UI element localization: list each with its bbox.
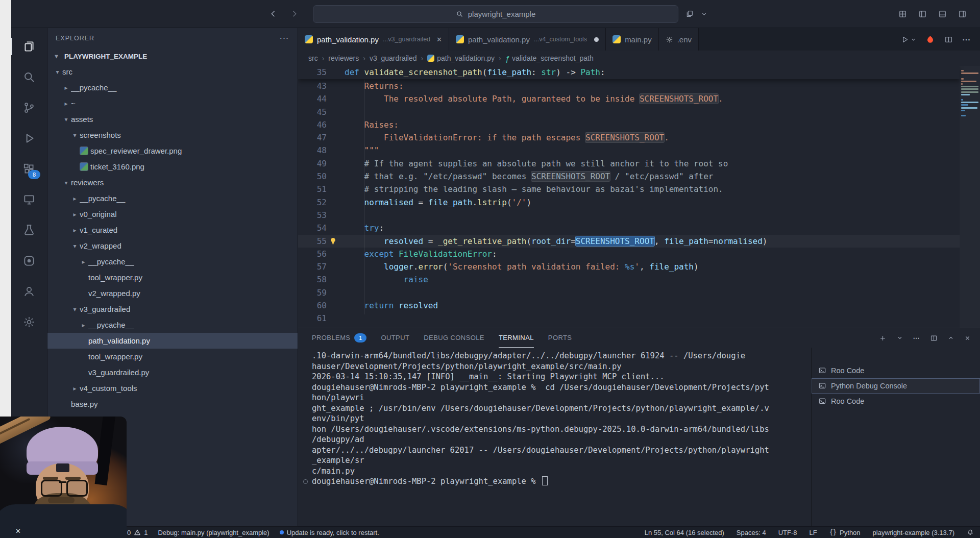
back-icon[interactable] xyxy=(269,9,278,18)
more-actions-icon[interactable]: ··· xyxy=(280,35,290,42)
close-panel-icon[interactable] xyxy=(964,335,971,341)
line-number[interactable]: 47 xyxy=(298,131,327,144)
close-icon[interactable]: ✕ xyxy=(15,527,21,535)
tree-item-v3_guardrailed.py[interactable]: v3_guardrailed.py xyxy=(47,364,298,380)
code-line-49[interactable]: 49 # If the agent supplies an absolute p… xyxy=(298,157,960,170)
command-center-search[interactable]: playwright_example xyxy=(313,5,678,23)
explorer-icon[interactable] xyxy=(17,35,41,58)
toggle-secondary-sidebar-icon[interactable] xyxy=(958,10,967,18)
breadcrumb-item[interactable]: path_validation.py xyxy=(427,54,495,62)
code-line-58[interactable]: 58 raise xyxy=(298,273,960,286)
more-actions-icon[interactable]: ⋯ xyxy=(962,35,971,44)
code-line-43[interactable]: 43 Returns: xyxy=(298,80,960,92)
roo-code-icon[interactable] xyxy=(925,35,935,44)
line-number[interactable]: 49 xyxy=(298,157,327,170)
tree-item-v2_wrapped[interactable]: ▾v2_wrapped xyxy=(47,238,298,254)
breadcrumb-item[interactable]: ƒvalidate_screenshot_path xyxy=(505,54,594,63)
code-line-45[interactable]: 45 xyxy=(298,106,960,118)
encoding[interactable]: UTF-8 xyxy=(778,529,797,536)
code-line-54[interactable]: 54 try: xyxy=(298,222,960,234)
code-line-52[interactable]: 52 normalised = file_path.lstrip('/') xyxy=(298,196,960,209)
tree-item-tool_wrapper.py[interactable]: tool_wrapper.py xyxy=(47,349,298,364)
tree-item-base.py[interactable]: base.py xyxy=(47,396,298,412)
lightbulb-icon[interactable] xyxy=(329,237,337,246)
code-line-61[interactable]: 61 xyxy=(298,312,960,325)
line-number[interactable]: 45 xyxy=(298,106,327,118)
tree-item-assets[interactable]: ▾assets xyxy=(47,111,298,127)
minimap[interactable] xyxy=(960,66,980,328)
terminal-instance[interactable]: Roo Code xyxy=(812,394,980,409)
tree-item-~[interactable]: ▸~ xyxy=(47,95,298,111)
code-line-60[interactable]: 60 return resolved xyxy=(298,299,960,312)
line-number[interactable]: 53 xyxy=(298,209,327,222)
new-terminal-icon[interactable] xyxy=(879,334,887,342)
project-root-row[interactable]: ▾ PLAYWRIGHT_EXAMPLE xyxy=(47,48,298,64)
terminal-instance[interactable]: Python Debug Console xyxy=(812,378,980,394)
terminal-output[interactable]: .10-darwin-arm64/bundled/libs/debugpy/ad… xyxy=(298,348,811,526)
line-number[interactable]: 44 xyxy=(298,92,327,105)
line-number[interactable]: 59 xyxy=(298,286,327,299)
more-actions-icon[interactable]: ⋯ xyxy=(913,334,920,342)
line-number[interactable]: 51 xyxy=(298,183,327,195)
tree-item-reviewers[interactable]: ▾reviewers xyxy=(47,175,298,190)
update[interactable]: Update is ready, click to restart. xyxy=(280,529,379,536)
line-number[interactable]: 46 xyxy=(298,118,327,131)
split-editor-icon[interactable] xyxy=(944,35,953,44)
tab-path_validation.py[interactable]: path_validation.py...v4_custom_tools xyxy=(449,28,606,51)
roo-code-icon[interactable] xyxy=(17,250,41,272)
line-number[interactable]: 58 xyxy=(298,273,327,286)
debug-status[interactable]: Debug: main.py (playwright_example) xyxy=(158,529,269,536)
breadcrumb-item[interactable]: reviewers xyxy=(328,54,359,62)
code-line-50[interactable]: 50 # that e.g. "/etc/passwd" becomes SCR… xyxy=(298,170,960,183)
code-line-56[interactable]: 56 except FileValidationError: xyxy=(298,248,960,260)
chevron-down-icon[interactable] xyxy=(701,11,707,17)
tree-item-src[interactable]: ▾src xyxy=(47,64,298,80)
toggle-sidebar-icon[interactable] xyxy=(918,10,927,18)
tree-item-ticket_3160.png[interactable]: ticket_3160.png xyxy=(47,159,298,175)
tree-item-v2_wrapped.py[interactable]: v2_wrapped.py xyxy=(47,285,298,301)
close-icon[interactable]: ✕ xyxy=(436,36,442,43)
code-line-44[interactable]: 44 The resolved absolute Path, guarantee… xyxy=(298,92,960,105)
testing-icon[interactable] xyxy=(17,219,41,241)
tree-item-__pycache__[interactable]: ▸__pycache__ xyxy=(47,317,298,333)
indentation[interactable]: Spaces: 4 xyxy=(737,529,766,536)
remote-explorer-icon[interactable] xyxy=(17,188,41,211)
search-icon[interactable] xyxy=(17,66,41,88)
code-line-55[interactable]: 55 resolved = _get_relative_path(root_di… xyxy=(298,235,960,248)
line-number[interactable]: 56 xyxy=(298,248,327,260)
eol[interactable]: LF xyxy=(809,529,817,536)
code-line-57[interactable]: 57 logger.error('Screenshot path validat… xyxy=(298,260,960,273)
tree-item-v1_curated[interactable]: ▸v1_curated xyxy=(47,222,298,238)
tree-item-__pycache__[interactable]: ▸__pycache__ xyxy=(47,254,298,270)
tab-main.py[interactable]: main.py xyxy=(606,28,659,51)
language-mode[interactable]: {}Python xyxy=(829,529,861,536)
forward-icon[interactable] xyxy=(289,9,299,18)
line-number[interactable]: 43 xyxy=(298,80,327,92)
maximize-panel-icon[interactable] xyxy=(948,335,954,341)
panel-tab-output[interactable]: OUTPUT xyxy=(381,328,409,348)
chevron-down-icon[interactable] xyxy=(897,335,903,341)
panel-tab-debug-console[interactable]: DEBUG CONSOLE xyxy=(424,328,484,348)
code-line-53[interactable]: 53 xyxy=(298,209,960,222)
line-number[interactable]: 52 xyxy=(298,196,327,209)
python-interpreter[interactable]: playwright-example (3.13.7) xyxy=(873,529,954,536)
code-line-47[interactable]: 47 FileValidationError: if the path esca… xyxy=(298,131,960,144)
line-number[interactable]: 50 xyxy=(298,170,327,183)
layout-grid-icon[interactable] xyxy=(898,10,907,18)
breadcrumb-item[interactable]: v3_guardrailed xyxy=(370,54,417,62)
notifications[interactable] xyxy=(967,529,974,536)
source-control-icon[interactable] xyxy=(17,96,41,119)
tree-item-tool_wrapper.py[interactable]: tool_wrapper.py xyxy=(47,270,298,285)
tree-item-v4_custom_tools[interactable]: ▸v4_custom_tools xyxy=(47,380,298,396)
tree-item-spec_reviewer_drawer.png[interactable]: spec_reviewer_drawer.png xyxy=(47,143,298,159)
code-line-51[interactable]: 51 # stripping the leading slash — same … xyxy=(298,183,960,195)
line-number[interactable]: 35 xyxy=(298,66,327,79)
toggle-panel-icon[interactable] xyxy=(938,10,947,18)
code-editor[interactable]: 35def validate_screenshot_path(file_path… xyxy=(298,66,980,328)
panel-tab-terminal[interactable]: TERMINAL xyxy=(499,328,534,348)
run-python-file-icon[interactable] xyxy=(900,35,916,44)
code-line-48[interactable]: 48 """ xyxy=(298,144,960,157)
code-line-46[interactable]: 46 Raises: xyxy=(298,118,960,131)
line-number[interactable]: 60 xyxy=(298,299,327,312)
settings-icon[interactable] xyxy=(17,311,41,333)
